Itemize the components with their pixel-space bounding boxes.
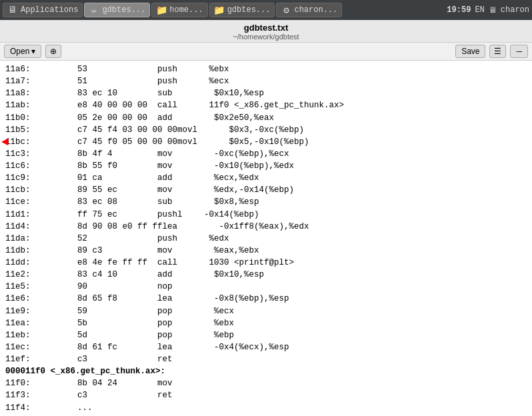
- taskbar-right: 19:59 EN 🖥 charon: [447, 5, 529, 15]
- code-line-11d4: 11d4: 8d 90 08 e0 ff ff lea -0x1ff8(%eax…: [5, 221, 527, 233]
- applications-label: Applications: [21, 5, 78, 15]
- tab-label-4: charon...: [294, 5, 337, 15]
- code-line-11f3: 11f3: c3 ret: [5, 389, 527, 401]
- code-line-11f4: 11f4: ...: [5, 402, 527, 414]
- new-tab-icon: ⊕: [50, 47, 57, 56]
- title-bar: gdbtest.txt ~/homework/gdbtest: [0, 20, 532, 43]
- tab-label-3: gdbtes...: [227, 5, 271, 15]
- tab-icon-4: ⚙: [281, 5, 291, 15]
- code-line-11e5: 11e5: 90 nop: [5, 281, 527, 293]
- app-menu-icon: 🖥: [7, 5, 18, 15]
- menu-icon: ☰: [494, 47, 501, 56]
- tab-icon-3: 📁: [214, 5, 225, 15]
- code-line-11da: 11da: 52 push %edx: [5, 233, 527, 245]
- code-line-11d1: 11d1: ff 75 ec pushl -0x14(%ebp): [5, 209, 527, 221]
- code-line-11dd: 11dd: e8 4e fe ff ff call 1030 <printf@p…: [5, 257, 527, 269]
- code-line-11ab: 11ab: e8 40 00 00 00 call 11f0 <_x86.get…: [5, 99, 527, 111]
- minimize-icon: ─: [516, 47, 522, 56]
- code-line-11e9: 11e9: 59 pop %ecx: [5, 305, 527, 317]
- open-button[interactable]: Open ▾: [4, 45, 41, 58]
- menu-button[interactable]: ☰: [489, 45, 506, 58]
- taskbar-display-icon: 🖥: [489, 5, 497, 15]
- code-line-11c6: 11c6: 8b 55 f0 mov -0x10(%ebp),%edx: [5, 160, 527, 172]
- code-line-11ec: 11ec: 8d 61 fc lea -0x4(%ecx),%esp: [5, 341, 527, 353]
- open-dropdown-icon: ▾: [31, 47, 35, 56]
- tab-label-2: home...: [169, 5, 203, 15]
- code-line-11ce: 11ce: 83 ec 08 sub $0x8,%esp: [5, 196, 527, 208]
- taskbar-time: 19:59: [447, 5, 471, 15]
- code-line-11ef: 11ef: c3 ret: [5, 353, 527, 365]
- applications-menu[interactable]: 🖥 Applications: [3, 3, 83, 17]
- save-label: Save: [461, 47, 479, 56]
- code-line-11eb: 11eb: 5d pop %ebp: [5, 329, 527, 341]
- taskbar: 🖥 Applications ✏ gdbtes... 📁 home... 📁 g…: [0, 0, 532, 20]
- tab-icon-1: ✏: [89, 5, 99, 15]
- window-title: gdbtest.txt: [244, 23, 288, 33]
- code-line-11cb: 11cb: 89 55 ec mov %edx,-0x14(%ebp): [5, 184, 527, 196]
- code-line-11c9: 11c9: 01 ca add %ecx,%edx: [5, 172, 527, 184]
- tab-icon-2: 📁: [156, 5, 167, 15]
- code-line-11f0: 11f0: 8b 04 24 mov: [5, 377, 527, 389]
- toolbar: Open ▾ ⊕ Save ☰ ─: [0, 43, 532, 61]
- code-line-11a6: 11a6: 53 push %ebx: [5, 63, 527, 75]
- code-line-11a7: 11a7: 51 push %ecx: [5, 75, 527, 87]
- tab-label-1: gdbtes...: [102, 5, 145, 15]
- tab-gdbtest-txt[interactable]: ✏ gdbtes...: [84, 3, 150, 17]
- code-line-11e2: 11e2: 83 c4 10 add $0x10,%esp: [5, 269, 527, 281]
- code-line-11ea: 11ea: 5b pop %ebx: [5, 317, 527, 329]
- minimize-button[interactable]: ─: [510, 45, 528, 58]
- code-line-11bc: ◄ 11bc: c7 45 f0 05 00 00 00 movl $0x5,-…: [5, 136, 527, 148]
- code-line-11b0: 11b0: 05 2e 00 00 00 add $0x2e50,%eax: [5, 112, 527, 124]
- save-button[interactable]: Save: [455, 45, 485, 58]
- tab-gdbtest-folder[interactable]: 📁 gdbtes...: [209, 3, 275, 17]
- tab-home[interactable]: 📁 home...: [151, 3, 207, 17]
- code-line-11b5: 11b5: c7 45 f4 03 00 00 00 movl $0x3,-0x…: [5, 124, 527, 136]
- tab-charon[interactable]: ⚙ charon...: [276, 3, 342, 17]
- section-header: 000011f0 <_x86.get_pc_thunk.ax>:: [5, 365, 527, 377]
- window-subtitle: ~/homework/gdbtest: [233, 33, 299, 41]
- taskbar-lang: EN: [475, 5, 484, 15]
- code-line-11a8: 11a8: 83 ec 10 sub $0x10,%esp: [5, 87, 527, 99]
- new-tab-button[interactable]: ⊕: [45, 45, 61, 58]
- main-window: gdbtest.txt ~/homework/gdbtest Open ▾ ⊕ …: [0, 20, 532, 416]
- code-content[interactable]: 11a6: 53 push %ebx 11a7: 51 push %ecx 11…: [0, 61, 532, 416]
- code-line-11e6: 11e6: 8d 65 f8 lea -0x8(%ebp),%esp: [5, 293, 527, 305]
- open-label: Open: [10, 47, 29, 56]
- taskbar-user: charon: [501, 5, 529, 15]
- code-line-11c3: 11c3: 8b 4f 4 mov -0xc(%ebp),%ecx: [5, 148, 527, 160]
- code-line-11db: 11db: 89 c3 mov %eax,%ebx: [5, 245, 527, 257]
